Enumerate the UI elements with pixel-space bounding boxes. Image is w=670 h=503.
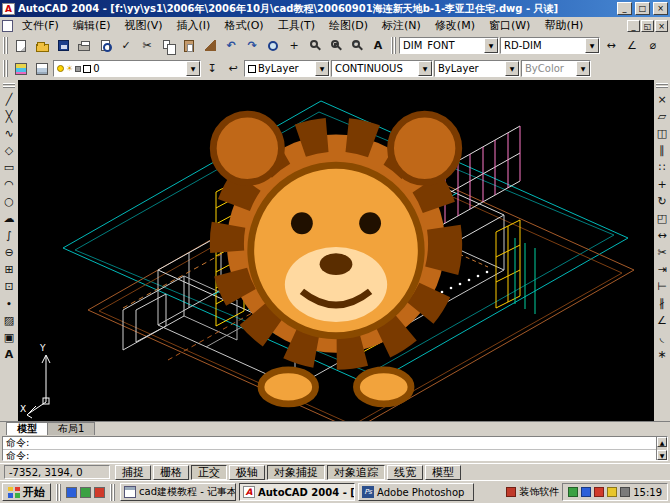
make-block-icon[interactable]: ⊡ xyxy=(1,278,17,294)
status-snap[interactable]: 捕捉 xyxy=(115,465,151,480)
mdi-close-button[interactable]: × xyxy=(655,20,668,32)
layer-combo[interactable]: ☀ 0 ▼ xyxy=(53,60,201,77)
copy-icon[interactable] xyxy=(158,36,178,55)
menu-item-edit[interactable]: 编辑(E) xyxy=(66,18,118,33)
array-icon[interactable]: ∷ xyxy=(654,159,670,175)
rectangle-icon[interactable]: ▭ xyxy=(1,159,17,175)
chevron-down-icon[interactable]: ▼ xyxy=(484,38,498,53)
menu-item-modify[interactable]: 修改(M) xyxy=(428,18,482,33)
maximize-button[interactable]: □ xyxy=(635,2,650,15)
chevron-down-icon[interactable]: ▼ xyxy=(186,61,200,76)
region-icon[interactable]: ▣ xyxy=(1,329,17,345)
status-ortho[interactable]: 正交 xyxy=(191,465,227,480)
status-grid[interactable]: 栅格 xyxy=(153,465,189,480)
spelling-icon[interactable]: ✓ xyxy=(116,36,136,55)
redo-icon[interactable]: ↷ xyxy=(242,36,262,55)
quicklaunch-icon[interactable] xyxy=(80,487,91,498)
menu-item-format[interactable]: 格式(O) xyxy=(217,18,270,33)
polygon-icon[interactable]: ◇ xyxy=(1,142,17,158)
scroll-down-icon[interactable]: ▼ xyxy=(657,450,667,460)
mdi-minimize-button[interactable]: _ xyxy=(627,20,640,32)
zoom-window-icon[interactable] xyxy=(326,36,346,55)
save-icon[interactable] xyxy=(53,36,73,55)
taskbar-grip[interactable] xyxy=(56,484,61,501)
explode-icon[interactable]: ∗ xyxy=(654,346,670,362)
multiline-text-icon[interactable]: A xyxy=(1,346,17,362)
status-lwt[interactable]: 线宽 xyxy=(387,465,423,480)
menu-item-draw[interactable]: 绘图(D) xyxy=(322,18,375,33)
tray-icon[interactable] xyxy=(594,487,604,497)
text-style-icon[interactable]: A xyxy=(368,36,388,55)
construction-line-icon[interactable]: ╳ xyxy=(1,108,17,124)
polyline-icon[interactable]: ∿ xyxy=(1,125,17,141)
tab-model[interactable]: 模型 xyxy=(6,422,48,435)
mirror-icon[interactable]: ◫ xyxy=(654,125,670,141)
cut-icon[interactable]: ✂ xyxy=(137,36,157,55)
arc-icon[interactable]: ◠ xyxy=(1,176,17,192)
lineweight-combo[interactable]: ByLayer ▼ xyxy=(434,60,520,77)
print-icon[interactable] xyxy=(74,36,94,55)
toolbar-grip[interactable] xyxy=(656,83,668,88)
menu-item-help[interactable]: 帮助(H) xyxy=(537,18,590,33)
menu-item-tools[interactable]: 工具(T) xyxy=(271,18,322,33)
menu-item-dimension[interactable]: 标注(N) xyxy=(375,18,428,33)
rotate-icon[interactable]: ↻ xyxy=(654,193,670,209)
menu-item-window[interactable]: 窗口(W) xyxy=(482,18,537,33)
circle-icon[interactable]: ○ xyxy=(1,193,17,209)
match-properties-icon[interactable] xyxy=(200,36,220,55)
preview-icon[interactable] xyxy=(95,36,115,55)
tray-icon[interactable] xyxy=(581,487,591,497)
new-icon[interactable] xyxy=(11,36,31,55)
clock[interactable]: 15:19 xyxy=(633,487,662,498)
task-notepad[interactable]: cad建模教程 - 记事本 xyxy=(120,483,236,501)
quicklaunch-icon[interactable] xyxy=(66,487,77,498)
insert-hyperlink-icon[interactable] xyxy=(263,36,283,55)
zoom-icon[interactable] xyxy=(305,36,325,55)
start-button[interactable]: 开始 xyxy=(2,483,51,501)
break-at-point-icon[interactable]: ⊢ xyxy=(654,278,670,294)
point-icon[interactable]: ∙ xyxy=(1,295,17,311)
menu-item-file[interactable]: 文件(F) xyxy=(15,18,66,33)
toolbar-grip[interactable] xyxy=(3,83,15,88)
stretch-icon[interactable]: ↔ xyxy=(654,227,670,243)
toolbar-grip[interactable] xyxy=(391,37,396,54)
dim-linear-icon[interactable]: ↔ xyxy=(601,36,621,55)
tray-icon[interactable] xyxy=(568,487,578,497)
layer-previous-icon[interactable]: ↩ xyxy=(223,59,243,78)
layer-properties-icon[interactable] xyxy=(11,59,31,78)
quicklaunch-icon[interactable] xyxy=(94,487,105,498)
menu-item-view[interactable]: 视图(V) xyxy=(117,18,169,33)
erase-icon[interactable]: × xyxy=(654,91,670,107)
toolbar-grip[interactable] xyxy=(3,37,8,54)
task-photoshop[interactable]: Adobe Photoshop xyxy=(358,483,474,501)
dim-style-combo[interactable]: RD-DIM ▼ xyxy=(500,37,600,54)
desktop-toolbar[interactable]: 装饰软件 xyxy=(506,485,559,499)
make-object-layer-current-icon[interactable]: ↧ xyxy=(202,59,222,78)
hatch-icon[interactable]: ▨ xyxy=(1,312,17,328)
offset-icon[interactable]: ∥ xyxy=(654,142,670,158)
move-icon[interactable]: + xyxy=(654,176,670,192)
ellipse-icon[interactable]: ⊖ xyxy=(1,244,17,260)
fillet-icon[interactable]: ◟ xyxy=(654,329,670,345)
chevron-down-icon[interactable]: ▼ xyxy=(585,38,599,53)
tray-icon[interactable] xyxy=(607,487,617,497)
revision-cloud-icon[interactable]: ☁ xyxy=(1,210,17,226)
status-osnap[interactable]: 对象捕捉 xyxy=(267,465,325,480)
copy-object-icon[interactable]: ▱ xyxy=(654,108,670,124)
layers-icon[interactable] xyxy=(32,59,52,78)
tab-layout1[interactable]: 布局1 xyxy=(47,422,95,435)
drawing-canvas[interactable]: Y X xyxy=(18,80,654,421)
zoom-previous-icon[interactable] xyxy=(347,36,367,55)
paste-icon[interactable] xyxy=(179,36,199,55)
taskbar-grip[interactable] xyxy=(110,484,115,501)
dim-radius-icon[interactable]: ⌀ xyxy=(643,36,663,55)
lion-mascot[interactable] xyxy=(18,80,654,421)
dim-angular-icon[interactable]: ∠ xyxy=(622,36,642,55)
trim-icon[interactable]: ✂ xyxy=(654,244,670,260)
open-icon[interactable] xyxy=(32,36,52,55)
pan-icon[interactable]: + xyxy=(284,36,304,55)
task-autocad[interactable]: AutoCAD 2004 - [f:\... xyxy=(239,483,355,501)
linetype-combo[interactable]: CONTINUOUS ▼ xyxy=(331,60,433,77)
command-scrollbar[interactable]: ▲ ▼ xyxy=(656,437,667,460)
chamfer-icon[interactable]: ∠ xyxy=(654,312,670,328)
